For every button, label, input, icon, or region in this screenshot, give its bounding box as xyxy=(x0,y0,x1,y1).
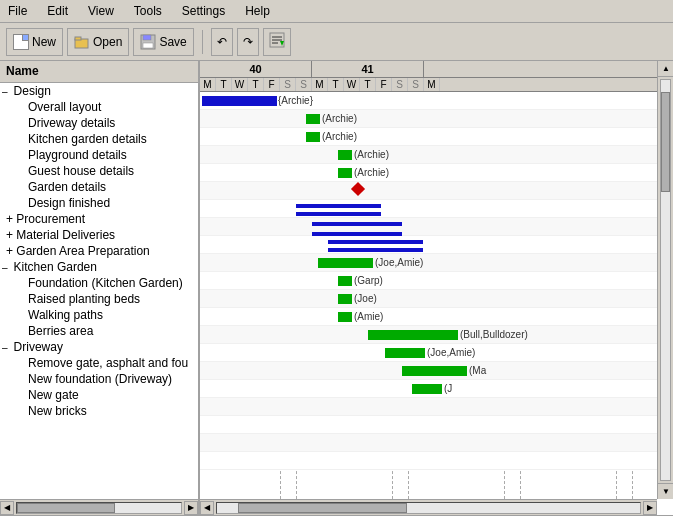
gantt-hscroll-track[interactable] xyxy=(216,502,641,514)
save-label: Save xyxy=(159,35,186,49)
open-icon xyxy=(74,34,90,50)
group-procurement-label: Procurement xyxy=(16,212,85,226)
menu-tools[interactable]: Tools xyxy=(130,2,166,20)
gantt-row-10 xyxy=(200,272,657,290)
save-button[interactable]: Save xyxy=(133,28,193,56)
item-walking-paths[interactable]: Walking paths xyxy=(0,307,198,323)
toolbar-separator xyxy=(202,30,203,54)
menu-view[interactable]: View xyxy=(84,2,118,20)
expand-design-icon: – xyxy=(2,86,8,97)
day-F1: F xyxy=(264,78,280,91)
item-driveway-details[interactable]: Driveway details xyxy=(0,115,198,131)
gantt-row-7 xyxy=(200,218,657,236)
day-spacer xyxy=(440,78,657,91)
open-button[interactable]: Open xyxy=(67,28,129,56)
week40-label: 40 xyxy=(200,61,312,77)
day-S3: S xyxy=(392,78,408,91)
gantt-scroll-right[interactable]: ▶ xyxy=(643,501,657,515)
group-procurement[interactable]: + Procurement xyxy=(0,211,198,227)
left-hscroll-bar: ◀ ▶ xyxy=(0,499,198,515)
day-F2: F xyxy=(376,78,392,91)
item-guest-house-details[interactable]: Guest house details xyxy=(0,163,198,179)
item-playground-details[interactable]: Playground details xyxy=(0,147,198,163)
item-garden-details[interactable]: Garden details xyxy=(0,179,198,195)
item-foundation-kitchen[interactable]: Foundation (Kitchen Garden) xyxy=(0,275,198,291)
gantt-days-row: M T W T F S S M T W T F S S M xyxy=(200,78,657,91)
gantt-row-20 xyxy=(200,452,657,470)
day-T3: T xyxy=(328,78,344,91)
gantt-scroll-left[interactable]: ◀ xyxy=(200,501,214,515)
new-label: New xyxy=(32,35,56,49)
expand-driveway-icon: – xyxy=(2,342,8,353)
edit-button[interactable] xyxy=(263,28,291,56)
open-label: Open xyxy=(93,35,122,49)
day-M3: M xyxy=(424,78,440,91)
menu-settings[interactable]: Settings xyxy=(178,2,229,20)
edit-icon xyxy=(269,32,285,51)
main-layout: Name – Design Overall layout Driveway de… xyxy=(0,61,673,515)
left-scroll-left[interactable]: ◀ xyxy=(0,501,14,515)
undo-button[interactable]: ↶ xyxy=(211,28,233,56)
gantt-weeks-row: 40 41 xyxy=(200,61,657,78)
gantt-row-9 xyxy=(200,254,657,272)
day-W2: W xyxy=(344,78,360,91)
item-design-finished[interactable]: Design finished xyxy=(0,195,198,211)
day-T4: T xyxy=(360,78,376,91)
item-overall-layout[interactable]: Overall layout xyxy=(0,99,198,115)
item-remove-gate[interactable]: Remove gate, asphalt and fou xyxy=(0,355,198,371)
item-new-gate[interactable]: New gate xyxy=(0,387,198,403)
vscroll-track[interactable] xyxy=(660,79,671,481)
gantt-row-3 xyxy=(200,146,657,164)
gantt-row-19 xyxy=(200,434,657,452)
gantt-vscroll: ▲ ▼ xyxy=(657,61,673,499)
group-driveway-label: Driveway xyxy=(14,340,63,354)
vscroll-down[interactable]: ▼ xyxy=(658,483,673,499)
day-T2: T xyxy=(248,78,264,91)
gantt-row-15 xyxy=(200,362,657,380)
menu-file[interactable]: File xyxy=(4,2,31,20)
redo-button[interactable]: ↷ xyxy=(237,28,259,56)
expand-material-icon: + xyxy=(6,228,13,242)
group-garden-prep-label: Garden Area Preparation xyxy=(16,244,149,258)
week41-label: 41 xyxy=(312,61,424,77)
group-garden-prep[interactable]: + Garden Area Preparation xyxy=(0,243,198,259)
menu-edit[interactable]: Edit xyxy=(43,2,72,20)
gantt-row-18 xyxy=(200,416,657,434)
group-design[interactable]: – Design xyxy=(0,83,198,99)
group-material-deliveries[interactable]: + Material Deliveries xyxy=(0,227,198,243)
right-panel: 40 41 M T W T F S S M T W T F S S M xyxy=(200,61,673,515)
day-S1: S xyxy=(280,78,296,91)
menubar: File Edit View Tools Settings Help xyxy=(0,0,673,23)
toolbar: New Open Save ↶ ↷ xyxy=(0,23,673,61)
item-new-foundation[interactable]: New foundation (Driveway) xyxy=(0,371,198,387)
expand-procurement-icon: + xyxy=(6,212,13,226)
group-kitchen-label: Kitchen Garden xyxy=(14,260,97,274)
gantt-row-16 xyxy=(200,380,657,398)
group-kitchen-garden[interactable]: – Kitchen Garden xyxy=(0,259,198,275)
item-kitchen-garden-details[interactable]: Kitchen garden details xyxy=(0,131,198,147)
group-driveway[interactable]: – Driveway xyxy=(0,339,198,355)
gantt-header: 40 41 M T W T F S S M T W T F S S M xyxy=(200,61,657,92)
svg-rect-4 xyxy=(143,43,153,48)
gantt-row-6 xyxy=(200,200,657,218)
group-material-label: Material Deliveries xyxy=(16,228,115,242)
gantt-row-2 xyxy=(200,128,657,146)
item-new-bricks[interactable]: New bricks xyxy=(0,403,198,419)
vscroll-up[interactable]: ▲ xyxy=(658,61,673,77)
gantt-row-0 xyxy=(200,92,657,110)
left-scroll-right[interactable]: ▶ xyxy=(184,501,198,515)
gantt-hscroll: ◀ ▶ xyxy=(200,499,657,515)
menu-help[interactable]: Help xyxy=(241,2,274,20)
item-raised-beds[interactable]: Raised planting beds xyxy=(0,291,198,307)
left-hscroll-thumb xyxy=(17,503,115,513)
gantt-body: {Archie} (Archie) (Archie) (Archie) (Arc… xyxy=(200,92,657,499)
day-M1: M xyxy=(200,78,216,91)
left-hscroll-track[interactable] xyxy=(16,502,182,514)
new-button[interactable]: New xyxy=(6,28,63,56)
svg-rect-1 xyxy=(75,37,81,40)
undo-icon: ↶ xyxy=(217,35,227,49)
gantt-row-8 xyxy=(200,236,657,254)
item-berries-area[interactable]: Berries area xyxy=(0,323,198,339)
day-M2: M xyxy=(312,78,328,91)
gantt-row-12 xyxy=(200,308,657,326)
